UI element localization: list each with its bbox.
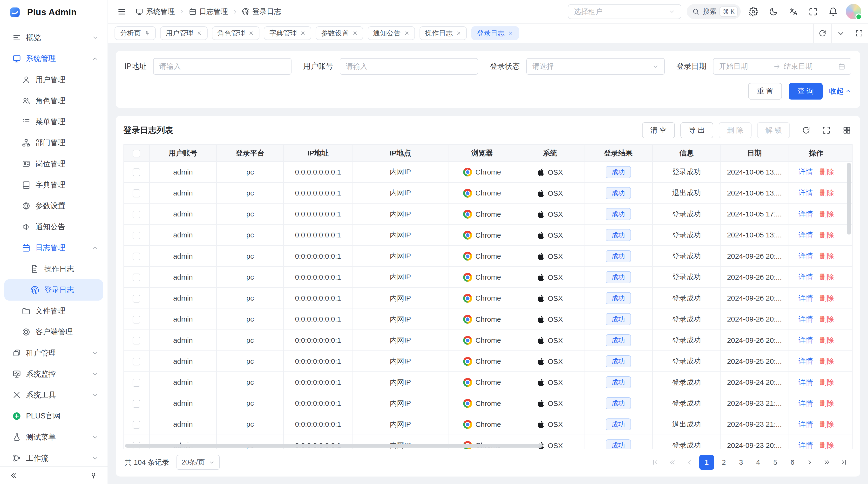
prev-page-button[interactable] bbox=[682, 455, 697, 470]
search-button[interactable]: 搜索 ⌘ K bbox=[687, 4, 741, 19]
tenant-select[interactable]: 选择租户 bbox=[568, 4, 681, 19]
sidebar-item-test-menu[interactable]: 测试菜单 bbox=[4, 427, 103, 448]
column-settings-button[interactable] bbox=[841, 125, 852, 136]
hamburger-menu-icon[interactable] bbox=[115, 4, 129, 19]
sidebar-item-role-management[interactable]: 角色管理 bbox=[4, 90, 103, 111]
row-checkbox[interactable] bbox=[133, 316, 140, 323]
tab-param-settings[interactable]: 参数设置 bbox=[316, 26, 363, 40]
detail-link[interactable]: 详情 bbox=[799, 231, 813, 239]
tab-notice[interactable]: 通知公告 bbox=[368, 26, 415, 40]
detail-link[interactable]: 详情 bbox=[799, 420, 813, 428]
settings-gear-icon[interactable] bbox=[746, 4, 761, 19]
tab-analysis[interactable]: 分析页 bbox=[115, 26, 156, 40]
sidebar-collapse-button[interactable] bbox=[7, 468, 21, 483]
tab-close-icon[interactable] bbox=[196, 30, 202, 36]
sidebar-item-file-management[interactable]: 文件管理 bbox=[4, 300, 103, 322]
account-input[interactable] bbox=[340, 58, 478, 75]
row-checkbox[interactable] bbox=[133, 168, 140, 176]
sidebar-item-param-settings[interactable]: 参数设置 bbox=[4, 195, 103, 216]
page-5-button[interactable]: 5 bbox=[768, 455, 783, 470]
row-checkbox[interactable] bbox=[133, 253, 140, 260]
detail-link[interactable]: 详情 bbox=[799, 189, 813, 197]
sidebar-item-login-log[interactable]: 登录日志 bbox=[4, 279, 103, 300]
maximize-content-button[interactable] bbox=[850, 24, 868, 43]
tab-close-icon[interactable] bbox=[508, 30, 513, 36]
breadcrumb-item[interactable]: 登录日志 bbox=[242, 7, 281, 17]
sidebar-item-operation-log[interactable]: 操作日志 bbox=[4, 258, 103, 279]
sidebar-item-dict-management[interactable]: 字典管理 bbox=[4, 174, 103, 195]
sidebar-item-workflow[interactable]: 工作流 bbox=[4, 448, 103, 466]
unlock-button[interactable]: 解 锁 bbox=[757, 122, 790, 138]
collapse-filters-link[interactable]: 收起 bbox=[829, 86, 851, 96]
delete-link[interactable]: 删除 bbox=[819, 210, 834, 218]
delete-link[interactable]: 删除 bbox=[819, 399, 834, 407]
column-header[interactable]: 日期 bbox=[721, 145, 788, 161]
translate-icon[interactable] bbox=[786, 4, 801, 19]
row-checkbox[interactable] bbox=[133, 295, 140, 302]
detail-link[interactable]: 详情 bbox=[799, 294, 813, 302]
clear-button[interactable]: 清 空 bbox=[642, 122, 675, 138]
delete-link[interactable]: 删除 bbox=[819, 168, 834, 176]
last-page-button[interactable] bbox=[836, 455, 851, 470]
detail-link[interactable]: 详情 bbox=[799, 273, 813, 281]
delete-link[interactable]: 删除 bbox=[819, 189, 834, 197]
vertical-scrollbar-thumb[interactable] bbox=[847, 163, 851, 234]
detail-link[interactable]: 详情 bbox=[799, 210, 813, 218]
tab-close-icon[interactable] bbox=[248, 30, 254, 36]
ip-input[interactable] bbox=[153, 58, 291, 75]
sidebar-item-dept-management[interactable]: 部门管理 bbox=[4, 132, 103, 153]
delete-link[interactable]: 删除 bbox=[819, 357, 834, 365]
column-header[interactable]: 用户账号 bbox=[150, 145, 217, 161]
detail-link[interactable]: 详情 bbox=[799, 168, 813, 176]
delete-link[interactable]: 删除 bbox=[819, 378, 834, 386]
tab-operation-log[interactable]: 操作日志 bbox=[420, 26, 467, 40]
tab-dict-management[interactable]: 字典管理 bbox=[264, 26, 311, 40]
detail-link[interactable]: 详情 bbox=[799, 315, 813, 323]
user-avatar[interactable] bbox=[846, 4, 861, 19]
sidebar-item-notice[interactable]: 通知公告 bbox=[4, 217, 103, 237]
query-button[interactable]: 查 询 bbox=[789, 83, 823, 100]
page-1-button[interactable]: 1 bbox=[699, 455, 714, 470]
row-checkbox[interactable] bbox=[133, 211, 140, 218]
delete-link[interactable]: 删除 bbox=[819, 420, 834, 428]
delete-button[interactable]: 删 除 bbox=[719, 122, 751, 138]
tab-login-log[interactable]: 登录日志 bbox=[471, 26, 519, 40]
row-checkbox[interactable] bbox=[133, 400, 140, 408]
page-3-button[interactable]: 3 bbox=[734, 455, 748, 470]
column-header[interactable]: IP地址 bbox=[283, 145, 352, 161]
tab-role-management[interactable]: 角色管理 bbox=[212, 26, 259, 40]
pin-button[interactable] bbox=[86, 468, 101, 483]
row-checkbox[interactable] bbox=[133, 421, 140, 428]
tab-close-icon[interactable] bbox=[300, 30, 306, 36]
column-header[interactable]: 登录结果 bbox=[584, 145, 652, 161]
detail-link[interactable]: 详情 bbox=[799, 378, 813, 386]
vertical-scrollbar[interactable] bbox=[847, 163, 851, 234]
column-header[interactable]: 操作 bbox=[788, 145, 844, 161]
sidebar-item-client-management[interactable]: 客户端管理 bbox=[4, 322, 103, 343]
prev-group-button[interactable] bbox=[665, 455, 680, 470]
sidebar-item-post-management[interactable]: 岗位管理 bbox=[4, 153, 103, 174]
sidebar-item-plus-website[interactable]: PLUS官网 bbox=[4, 406, 103, 427]
page-6-button[interactable]: 6 bbox=[785, 455, 800, 470]
app-logo[interactable]: Plus Admin bbox=[0, 0, 107, 24]
delete-link[interactable]: 删除 bbox=[819, 273, 834, 281]
breadcrumb-item[interactable]: 日志管理 bbox=[189, 7, 228, 17]
row-checkbox[interactable] bbox=[133, 189, 140, 197]
refresh-table-button[interactable] bbox=[801, 125, 812, 136]
tab-close-icon[interactable] bbox=[404, 30, 410, 36]
page-2-button[interactable]: 2 bbox=[716, 455, 731, 470]
sidebar-item-menu-management[interactable]: 菜单管理 bbox=[4, 111, 103, 132]
column-header[interactable]: 信息 bbox=[652, 145, 721, 161]
row-checkbox[interactable] bbox=[133, 273, 140, 281]
status-select[interactable]: 请选择 bbox=[526, 58, 665, 75]
column-header[interactable]: 系统 bbox=[516, 145, 584, 161]
detail-link[interactable]: 详情 bbox=[799, 336, 813, 344]
horizontal-scrollbar-thumb[interactable] bbox=[125, 444, 543, 448]
next-group-button[interactable] bbox=[819, 455, 834, 470]
sidebar-item-tenant-management[interactable]: 租户管理 bbox=[4, 343, 103, 363]
row-checkbox[interactable] bbox=[133, 337, 140, 345]
sidebar-item-user-management[interactable]: 用户管理 bbox=[4, 69, 103, 90]
sidebar-item-system-management[interactable]: 系统管理 bbox=[4, 48, 103, 69]
delete-link[interactable]: 删除 bbox=[819, 315, 834, 323]
column-header[interactable]: IP地点 bbox=[352, 145, 448, 161]
